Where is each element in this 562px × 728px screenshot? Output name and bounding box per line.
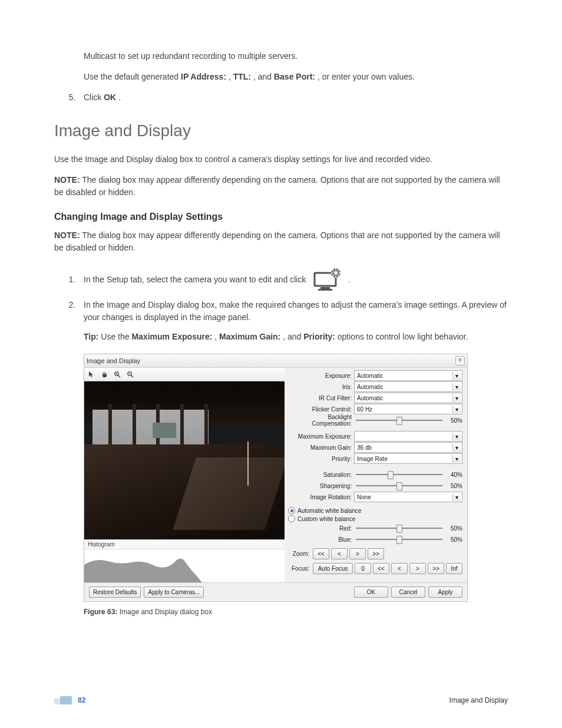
page-footer: 82 Image and Display <box>54 696 508 704</box>
text: . <box>118 93 121 102</box>
blue-value: 50% <box>446 536 462 543</box>
baseport-label: Base Port: <box>274 72 315 81</box>
combo-value: Image Rate <box>357 456 388 462</box>
chevron-down-icon: ▾ <box>452 406 461 413</box>
cwb-label: Custom white balance <box>297 516 355 522</box>
max-exposure-label: Maximum Exposure: <box>131 332 212 341</box>
backlight-label: Backlight Compensation: <box>287 414 354 427</box>
tip-para: Tip: Use the Maximum Exposure: , Maximum… <box>84 331 508 343</box>
ir-combo[interactable]: Automatic▾ <box>354 393 462 403</box>
maxgain-combo[interactable]: 36 db▾ <box>354 442 462 453</box>
text: . <box>348 275 351 284</box>
multicast-para: Multicast to set up redundant recording … <box>84 50 508 62</box>
chevron-down-icon: ▾ <box>452 444 461 452</box>
maxexp-combo[interactable]: ▾ <box>354 431 462 442</box>
exposure-label: Exposure: <box>287 373 354 379</box>
sharpening-value: 50% <box>446 483 462 489</box>
svg-point-4 <box>334 271 338 275</box>
zoom-in-fast-button[interactable]: >> <box>368 548 384 559</box>
blue-label: Blue: <box>287 536 354 543</box>
svg-rect-2 <box>318 289 332 291</box>
priority-combo[interactable]: Image Rate▾ <box>354 453 462 464</box>
rotation-label: Image Rotation: <box>287 494 354 500</box>
awb-label: Automatic white balance <box>297 508 361 514</box>
focus-back-button[interactable]: < <box>391 563 408 574</box>
backlight-slider[interactable] <box>356 420 442 421</box>
focus-zero-button[interactable]: 0 <box>355 563 371 574</box>
focus-back-fast-button[interactable]: << <box>373 563 389 574</box>
step-1: In the Setup tab, select the camera you … <box>78 267 508 293</box>
ok-button[interactable]: OK <box>354 587 388 598</box>
svg-line-18 <box>131 375 134 378</box>
image-and-display-dialog: Image and Display × <box>84 354 468 602</box>
max-gain-label: Maximum Gain: <box>219 332 280 341</box>
zoom-out-button[interactable]: < <box>331 548 348 559</box>
note-2: NOTE: The dialog box may appear differen… <box>54 229 508 254</box>
chevron-down-icon: ▾ <box>452 455 461 463</box>
zoom-in-button[interactable]: > <box>349 548 366 559</box>
text: Use the <box>101 332 131 341</box>
focus-fwd-button[interactable]: > <box>409 563 426 574</box>
text: Click <box>84 93 104 102</box>
chevron-down-icon: ▾ <box>452 433 461 440</box>
dialog-titlebar: Image and Display × <box>84 354 467 368</box>
cancel-button[interactable]: Cancel <box>391 587 425 598</box>
auto-focus-button[interactable]: Auto Focus <box>313 563 353 574</box>
auto-wb-radio[interactable]: Automatic white balance <box>287 506 462 515</box>
figure-caption: Figure 63: Image and Display dialog box <box>84 608 508 616</box>
step-2: In the Image and Display dialog box, mak… <box>78 299 508 343</box>
pointer-tool-icon[interactable] <box>87 370 96 379</box>
note-label: NOTE: <box>54 175 80 185</box>
focus-inf-button[interactable]: Inf <box>446 563 462 574</box>
apply-to-cameras-button[interactable]: Apply to Cameras... <box>144 587 204 598</box>
step-5: Click OK . <box>78 91 508 104</box>
text: Use the default generated <box>84 72 181 81</box>
saturation-slider[interactable] <box>356 474 442 475</box>
maxgain-label: Maximum Gain: <box>287 444 354 451</box>
figure-label: Figure 63: <box>84 608 117 616</box>
exposure-combo[interactable]: Automatic▾ <box>354 370 462 381</box>
chevron-down-icon: ▾ <box>452 372 461 380</box>
rotation-combo[interactable]: None▾ <box>354 492 462 502</box>
combo-value: 36 db <box>357 444 372 451</box>
tip-label: Tip: <box>84 332 98 341</box>
red-value: 50% <box>446 525 462 532</box>
hand-tool-icon[interactable] <box>100 370 109 379</box>
ip-address-label: IP Address: <box>181 72 226 81</box>
section-title: Image and Display <box>54 121 508 140</box>
zoom-out-icon[interactable] <box>125 370 135 379</box>
red-label: Red: <box>287 525 354 532</box>
ir-cut-filter-label: IR Cut Filter: <box>287 395 354 401</box>
zoom-in-icon[interactable] <box>113 370 122 379</box>
close-button[interactable]: × <box>455 356 465 365</box>
focus-fwd-fast-button[interactable]: >> <box>428 563 444 574</box>
sharpening-slider[interactable] <box>356 485 442 486</box>
page-number: 82 <box>78 696 85 704</box>
combo-value: Automatic <box>357 395 383 401</box>
combo-value: Automatic <box>357 384 383 390</box>
text: , and <box>283 332 303 341</box>
section-intro: Use the Image and Display dialog box to … <box>54 153 508 166</box>
backlight-value: 50% <box>446 417 462 424</box>
figure-text: Image and Display dialog box <box>120 608 212 616</box>
ttl-label: TTL: <box>233 72 251 81</box>
custom-wb-radio[interactable]: Custom white balance <box>287 515 462 523</box>
display-settings-icon <box>310 267 344 293</box>
preview-toolbar <box>84 368 285 381</box>
text: , <box>214 332 219 341</box>
flicker-combo[interactable]: 60 Hz▾ <box>354 404 462 414</box>
subhead-changing: Changing Image and Display Settings <box>54 212 508 222</box>
red-slider[interactable] <box>356 528 442 529</box>
restore-defaults-button[interactable]: Restore Defaults <box>89 587 141 598</box>
chevron-down-icon: ▾ <box>452 394 461 402</box>
iris-combo[interactable]: Automatic▾ <box>354 381 462 392</box>
changing-steps: In the Setup tab, select the camera you … <box>54 267 508 343</box>
combo-value: None <box>357 494 371 500</box>
saturation-value: 40% <box>446 472 462 478</box>
radio-selected-icon <box>288 507 295 514</box>
apply-button[interactable]: Apply <box>428 587 462 598</box>
maxexp-label: Maximum Exposure: <box>287 433 354 440</box>
blue-slider[interactable] <box>356 539 442 540</box>
priority-row-label: Priority: <box>287 456 354 462</box>
footer-logo-icon <box>54 696 72 704</box>
